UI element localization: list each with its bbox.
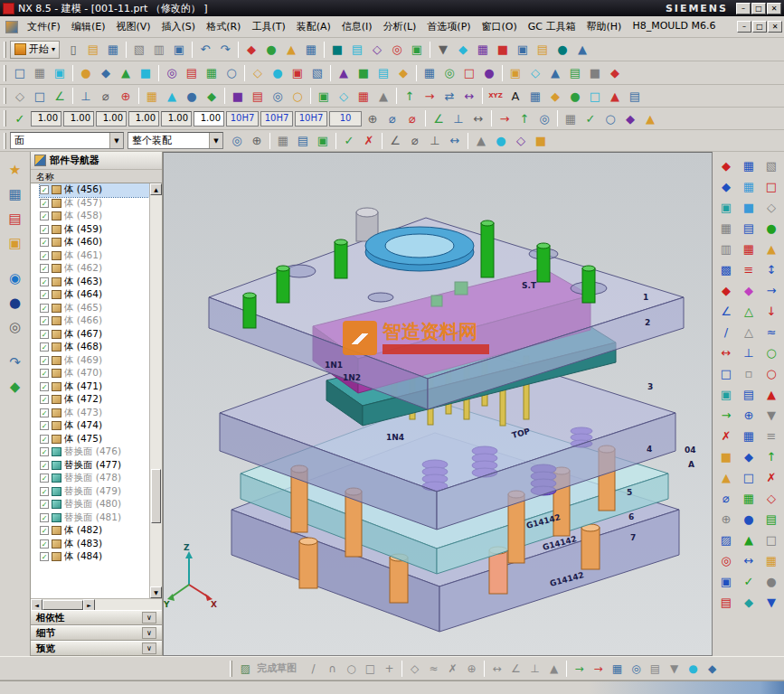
- tree-item[interactable]: ✓体 (472): [40, 393, 149, 407]
- palette-37-icon[interactable]: ⊕: [739, 405, 759, 425]
- value-input-0[interactable]: 1.00: [31, 111, 61, 127]
- tree-item[interactable]: ✓替换面 (478): [40, 472, 149, 485]
- tree-item[interactable]: ✓体 (467): [40, 328, 149, 342]
- minimize-button[interactable]: –: [737, 21, 751, 33]
- palette-55-icon[interactable]: ▲: [739, 530, 759, 549]
- palette-25-icon[interactable]: △: [739, 322, 759, 342]
- palette-59-icon[interactable]: ▦: [761, 550, 781, 570]
- sketch-20-icon[interactable]: ▤: [646, 659, 665, 678]
- snap-12-icon[interactable]: ▦: [561, 108, 581, 128]
- quick-trim-icon[interactable]: ✗: [443, 659, 462, 678]
- select-18-icon[interactable]: ■: [531, 131, 551, 151]
- palette-5-icon[interactable]: □: [761, 176, 781, 196]
- checkbox[interactable]: ✓: [40, 238, 49, 247]
- snap-9-icon[interactable]: ↑: [515, 108, 534, 128]
- sketch-19-icon[interactable]: ◎: [627, 659, 646, 678]
- palette-49-icon[interactable]: ▦: [739, 488, 759, 508]
- checkbox[interactable]: ✓: [40, 290, 49, 299]
- feature-32-icon[interactable]: ●: [565, 86, 585, 106]
- point-icon[interactable]: +: [380, 659, 399, 678]
- system-materials-icon[interactable]: ◎: [5, 316, 26, 338]
- feature-13-icon[interactable]: ■: [228, 86, 248, 106]
- section-2[interactable]: 预览∨: [31, 641, 162, 656]
- feature-16-icon[interactable]: ○: [288, 86, 307, 106]
- studio-spline-icon[interactable]: ≈: [424, 659, 443, 678]
- view-11-icon[interactable]: ▦: [202, 63, 222, 83]
- snap-16-icon[interactable]: ▲: [640, 108, 660, 128]
- view-16-icon[interactable]: ▣: [288, 63, 307, 83]
- view-24-icon[interactable]: ▦: [420, 63, 439, 83]
- vertical-scrollbar[interactable]: ▲ ▼: [149, 183, 162, 598]
- palette-45-icon[interactable]: ▲: [716, 467, 736, 487]
- checkbox[interactable]: ✓: [40, 421, 49, 430]
- chevron-down-icon[interactable]: ∨: [142, 642, 156, 654]
- polygon-icon[interactable]: ◇: [405, 659, 424, 678]
- view-34-icon[interactable]: ◆: [605, 63, 625, 83]
- select-12-icon[interactable]: ⊥: [425, 131, 445, 151]
- snap-13-icon[interactable]: ✓: [581, 108, 600, 128]
- palette-26-icon[interactable]: ≈: [761, 322, 781, 342]
- toolbar-grip[interactable]: [4, 133, 6, 149]
- tree-item[interactable]: ✓体 (470): [40, 367, 149, 380]
- palette-14-icon[interactable]: ▲: [761, 239, 781, 258]
- palette-29-icon[interactable]: ○: [761, 342, 781, 362]
- scroll-right-icon[interactable]: ►: [83, 599, 95, 611]
- palette-32-icon[interactable]: ○: [761, 363, 781, 383]
- save-icon[interactable]: ▦: [103, 40, 123, 60]
- select-11-icon[interactable]: ⌀: [405, 131, 425, 151]
- menu-item-0[interactable]: 文件(F): [22, 18, 66, 35]
- chevron-down-icon[interactable]: ∨: [142, 627, 156, 639]
- toolbar-grip[interactable]: [4, 110, 6, 127]
- palette-28-icon[interactable]: ⊥: [739, 342, 759, 362]
- view-30-icon[interactable]: ◇: [525, 63, 545, 83]
- maximize-button[interactable]: □: [752, 21, 767, 33]
- palette-42-icon[interactable]: ■: [716, 446, 736, 466]
- palette-8-icon[interactable]: ◇: [761, 197, 781, 217]
- copy-icon[interactable]: ▥: [149, 40, 169, 60]
- std-27-icon[interactable]: ▤: [533, 40, 553, 60]
- fit-input-0[interactable]: 10H7: [226, 111, 259, 127]
- offset-icon[interactable]: ▲: [544, 659, 563, 678]
- tree-item[interactable]: ✓体 (460): [40, 236, 149, 249]
- menu-item-12[interactable]: 帮助(H): [581, 18, 628, 35]
- value-input-4[interactable]: 1.00: [161, 111, 192, 127]
- std-13-icon[interactable]: ▲: [281, 40, 301, 60]
- tree-item[interactable]: ✓替换面 (476): [40, 445, 149, 459]
- std-19-icon[interactable]: ◎: [387, 40, 407, 60]
- palette-43-icon[interactable]: ◆: [739, 446, 759, 466]
- tree-item[interactable]: ✓体 (484): [40, 550, 149, 564]
- tree-item[interactable]: ✓体 (457): [40, 197, 149, 211]
- palette-56-icon[interactable]: □: [761, 530, 781, 549]
- value-input-1[interactable]: 1.00: [63, 111, 94, 127]
- palette-53-icon[interactable]: ▤: [761, 509, 781, 529]
- view-17-icon[interactable]: ▧: [307, 63, 327, 83]
- std-11-icon[interactable]: ◆: [241, 40, 261, 60]
- view-9-icon[interactable]: ◎: [162, 63, 182, 83]
- feature-14-icon[interactable]: ▤: [248, 86, 268, 106]
- palette-48-icon[interactable]: ⌀: [716, 488, 736, 508]
- palette-30-icon[interactable]: □: [716, 363, 736, 383]
- palette-47-icon[interactable]: ✗: [761, 467, 781, 487]
- menu-item-7[interactable]: 信息(I): [336, 18, 378, 35]
- checkbox[interactable]: ✓: [40, 330, 49, 339]
- menu-item-6[interactable]: 装配(A): [291, 18, 336, 35]
- palette-41-icon[interactable]: ≡: [761, 426, 781, 445]
- checkbox[interactable]: ✓: [40, 316, 49, 325]
- palette-12-icon[interactable]: ▥: [716, 239, 736, 258]
- tree-item[interactable]: ✓替换面 (480): [40, 498, 149, 511]
- select-10-icon[interactable]: ∠: [385, 131, 405, 151]
- view-1-icon[interactable]: ▦: [30, 63, 50, 83]
- snap-2-icon[interactable]: ⌀: [402, 108, 422, 128]
- checkbox[interactable]: ✓: [40, 382, 49, 391]
- palette-61-icon[interactable]: ✓: [739, 571, 759, 591]
- view-29-icon[interactable]: ▣: [505, 63, 525, 83]
- view-19-icon[interactable]: ▲: [334, 63, 354, 83]
- view-32-icon[interactable]: ▤: [565, 63, 585, 83]
- mirror-curve-icon[interactable]: ↔: [487, 659, 506, 678]
- palette-16-icon[interactable]: ≡: [739, 259, 759, 279]
- view-25-icon[interactable]: ◎: [439, 63, 459, 83]
- std-28-icon[interactable]: ●: [553, 40, 572, 60]
- palettes-icon[interactable]: ◆: [5, 376, 26, 398]
- tree-item[interactable]: ✓体 (474): [40, 419, 149, 433]
- checkbox[interactable]: ✓: [40, 461, 49, 470]
